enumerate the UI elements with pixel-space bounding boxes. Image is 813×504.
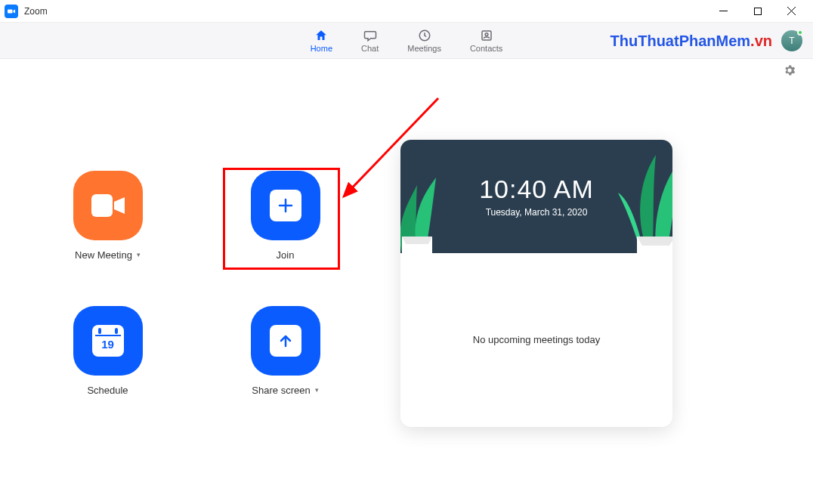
card-header: 10:40 AM Tuesday, March 31, 2020 [400, 140, 672, 253]
avatar-initial: T [789, 36, 794, 46]
schedule-label: Schedule [87, 385, 128, 396]
gear-icon[interactable] [783, 63, 796, 80]
action-grid: New Meeting ▾ Join 19 [23, 171, 370, 396]
join-cell: Join [251, 171, 320, 261]
svg-rect-2 [754, 8, 761, 14]
calendar-icon: 19 [92, 325, 124, 357]
schedule-button[interactable]: 19 [73, 306, 143, 376]
schedule-cell: 19 Schedule [73, 306, 143, 396]
status-dot [797, 29, 803, 36]
arrow-up-icon [270, 325, 301, 357]
watermark-text: ThuThuatPhanMem.vn [611, 32, 772, 49]
maximize-button[interactable] [740, 0, 774, 23]
tab-home[interactable]: Home [311, 29, 332, 53]
tab-label: Meetings [407, 44, 441, 53]
plus-icon [270, 190, 301, 221]
home-icon [314, 29, 328, 42]
video-icon [91, 194, 125, 217]
avatar[interactable]: T [781, 30, 802, 51]
share-screen-label: Share screen [252, 385, 310, 396]
clock-time: 10:40 AM [479, 175, 594, 204]
empty-message: No upcoming meetings today [473, 334, 600, 345]
svg-rect-0 [8, 9, 13, 13]
tab-label: Home [311, 44, 332, 53]
minimize-button[interactable] [706, 0, 740, 23]
svg-rect-12 [115, 328, 118, 334]
new-meeting-label: New Meeting [75, 249, 132, 261]
clock-date: Tuesday, March 31, 2020 [486, 207, 588, 218]
chat-icon [363, 29, 377, 42]
tab-label: Contacts [470, 44, 502, 53]
svg-point-7 [485, 32, 488, 36]
new-meeting-button[interactable] [73, 171, 143, 240]
plant-decoration [611, 155, 672, 253]
card-body: No upcoming meetings today [400, 253, 672, 427]
join-label: Join [277, 249, 295, 261]
tab-contacts[interactable]: Contacts [470, 29, 502, 53]
svg-rect-11 [98, 328, 101, 334]
svg-rect-8 [91, 194, 113, 217]
upcoming-card: 10:40 AM Tuesday, March 31, 2020 No upco… [400, 140, 672, 427]
tab-chat[interactable]: Chat [361, 29, 379, 53]
top-nav: Home Chat Meetings Contacts ThuThuatPhan… [0, 23, 813, 59]
plant-decoration [400, 178, 455, 253]
tab-label: Chat [361, 44, 379, 53]
titlebar: Zoom [0, 0, 813, 23]
new-meeting-cell: New Meeting ▾ [73, 171, 143, 261]
settings-row [0, 59, 813, 85]
share-screen-cell: Share screen ▾ [251, 306, 320, 396]
chevron-down-icon[interactable]: ▾ [315, 386, 319, 394]
close-button[interactable] [774, 0, 808, 23]
zoom-app-icon [5, 5, 18, 18]
share-screen-button[interactable] [251, 306, 320, 376]
window-title: Zoom [24, 6, 48, 17]
tab-meetings[interactable]: Meetings [407, 29, 441, 53]
contacts-icon [480, 29, 493, 42]
clock-icon [418, 29, 431, 42]
chevron-down-icon[interactable]: ▾ [137, 251, 141, 258]
join-button[interactable] [251, 171, 320, 240]
main-content: New Meeting ▾ Join 19 [0, 85, 813, 504]
